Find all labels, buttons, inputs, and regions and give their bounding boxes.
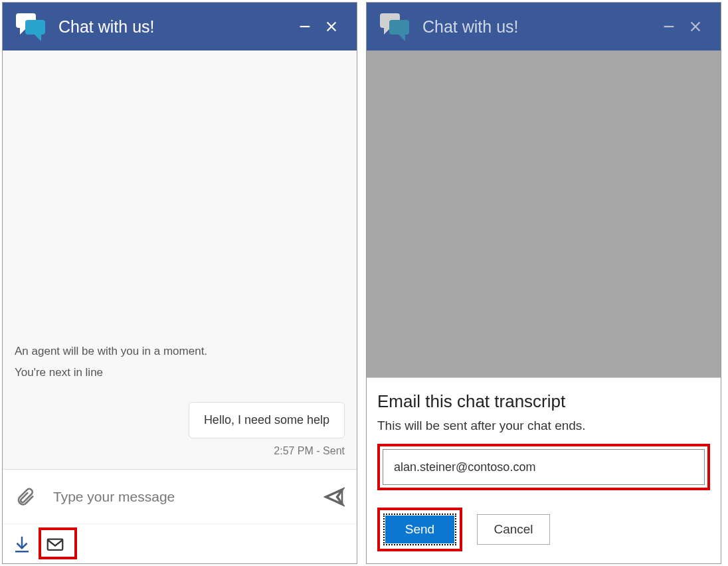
panel-title: Email this chat transcript: [377, 391, 710, 412]
titlebar: Chat with us!: [3, 3, 357, 50]
chat-logo-icon: [379, 11, 410, 43]
download-icon[interactable]: [12, 534, 32, 554]
chat-body: An agent will be with you in a moment. Y…: [3, 50, 357, 469]
svg-rect-7: [389, 20, 409, 35]
window-title: Chat with us!: [58, 17, 292, 37]
status-line-1: An agent will be with you in a moment.: [15, 345, 345, 358]
panel-subtitle: This will be sent after your chat ends.: [377, 419, 710, 433]
status-line-2: You're next in line: [15, 366, 345, 379]
input-area: [3, 469, 357, 523]
send-button[interactable]: Send: [385, 516, 454, 543]
svg-rect-1: [25, 20, 45, 35]
message-row: Hello, I need some help: [15, 402, 345, 438]
annotation-highlight-email: [377, 444, 710, 490]
send-icon[interactable]: [323, 486, 345, 508]
close-button[interactable]: [682, 13, 709, 40]
button-row: Send Cancel: [377, 508, 710, 551]
email-field[interactable]: [383, 449, 705, 485]
titlebar: Chat with us!: [367, 3, 721, 50]
message-meta: 2:57 PM - Sent: [15, 445, 345, 457]
window-title: Chat with us!: [422, 17, 656, 37]
message-input[interactable]: [52, 488, 323, 506]
cancel-button[interactable]: Cancel: [477, 514, 550, 545]
svg-rect-5: [48, 539, 63, 549]
user-message-bubble: Hello, I need some help: [189, 402, 345, 438]
chat-logo-icon: [15, 11, 46, 43]
attachment-icon[interactable]: [15, 486, 36, 508]
minimize-button[interactable]: [292, 13, 318, 40]
email-transcript-icon[interactable]: [45, 534, 65, 554]
close-button[interactable]: [318, 13, 345, 40]
chat-window-left: Chat with us! An agent will be with you …: [2, 2, 357, 564]
email-transcript-panel: Email this chat transcript This will be …: [367, 377, 721, 563]
minimize-button[interactable]: [656, 13, 682, 40]
annotation-highlight-send: Send: [377, 508, 462, 551]
chat-window-right: Chat with us! An agent will be with you …: [366, 2, 721, 564]
footer-bar: [3, 523, 357, 563]
